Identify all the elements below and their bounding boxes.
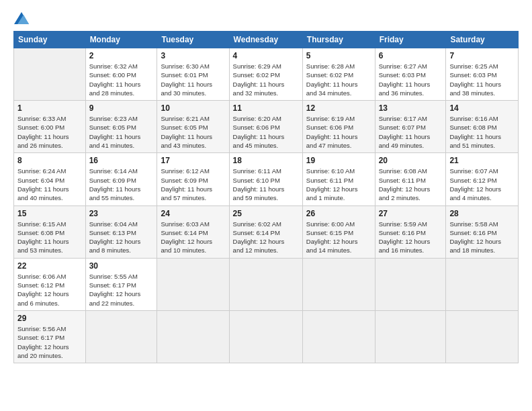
day-number: 14 [449, 103, 515, 113]
calendar-cell: 23Sunrise: 6:04 AM Sunset: 6:13 PM Dayli… [85, 205, 157, 258]
day-number: 4 [233, 51, 299, 60]
day-number: 9 [89, 103, 154, 113]
calendar-cell [157, 258, 229, 310]
day-number: 20 [379, 156, 443, 165]
day-info: Sunrise: 6:33 AM Sunset: 6:00 PM Dayligh… [17, 114, 82, 150]
calendar-cell [375, 310, 446, 363]
day-info: Sunrise: 5:58 AM Sunset: 6:16 PM Dayligh… [449, 220, 515, 255]
day-info: Sunrise: 6:16 AM Sunset: 6:08 PM Dayligh… [449, 114, 515, 150]
day-info: Sunrise: 6:08 AM Sunset: 6:11 PM Dayligh… [379, 167, 443, 202]
calendar-cell: 27Sunrise: 5:59 AM Sunset: 6:16 PM Dayli… [375, 205, 446, 258]
day-info: Sunrise: 6:14 AM Sunset: 6:09 PM Dayligh… [89, 167, 154, 202]
day-info: Sunrise: 6:12 AM Sunset: 6:09 PM Dayligh… [161, 167, 225, 202]
calendar-header-monday: Monday [85, 32, 157, 48]
day-number: 10 [161, 103, 225, 113]
day-number: 2 [89, 51, 154, 60]
day-info: Sunrise: 6:28 AM Sunset: 6:02 PM Dayligh… [306, 62, 371, 97]
calendar-week-4: 15Sunrise: 6:15 AM Sunset: 6:08 PM Dayli… [14, 205, 519, 258]
calendar-cell: 22Sunrise: 6:06 AM Sunset: 6:12 PM Dayli… [14, 258, 86, 310]
day-number: 29 [17, 314, 82, 323]
calendar-cell: 30Sunrise: 5:55 AM Sunset: 6:17 PM Dayli… [85, 258, 157, 310]
day-info: Sunrise: 6:23 AM Sunset: 6:05 PM Dayligh… [89, 114, 154, 150]
logo-icon [14, 12, 29, 24]
calendar-cell: 21Sunrise: 6:07 AM Sunset: 6:12 PM Dayli… [446, 153, 519, 205]
calendar-cell: 12Sunrise: 6:19 AM Sunset: 6:06 PM Dayli… [302, 101, 375, 153]
calendar-cell: 9Sunrise: 6:23 AM Sunset: 6:05 PM Daylig… [85, 101, 157, 153]
day-info: Sunrise: 6:30 AM Sunset: 6:01 PM Dayligh… [161, 62, 225, 97]
calendar-header-row: SundayMondayTuesdayWednesdayThursdayFrid… [14, 32, 519, 48]
day-info: Sunrise: 6:21 AM Sunset: 6:05 PM Dayligh… [161, 114, 225, 150]
day-number: 18 [233, 156, 299, 165]
day-info: Sunrise: 6:32 AM Sunset: 6:00 PM Dayligh… [89, 62, 154, 97]
calendar-header-tuesday: Tuesday [157, 32, 229, 48]
day-number: 12 [306, 103, 371, 113]
calendar-cell: 3Sunrise: 6:30 AM Sunset: 6:01 PM Daylig… [157, 48, 229, 101]
calendar-cell: 20Sunrise: 6:08 AM Sunset: 6:11 PM Dayli… [375, 153, 446, 205]
calendar-cell [446, 258, 519, 310]
day-number: 17 [161, 156, 225, 165]
calendar-cell: 8Sunrise: 6:24 AM Sunset: 6:04 PM Daylig… [14, 153, 86, 205]
calendar-week-5: 22Sunrise: 6:06 AM Sunset: 6:12 PM Dayli… [14, 258, 519, 310]
day-number: 25 [233, 209, 299, 218]
day-number: 8 [17, 156, 82, 165]
day-info: Sunrise: 6:15 AM Sunset: 6:08 PM Dayligh… [17, 220, 82, 255]
calendar-cell: 25Sunrise: 6:02 AM Sunset: 6:14 PM Dayli… [229, 205, 302, 258]
calendar-cell: 1Sunrise: 6:33 AM Sunset: 6:00 PM Daylig… [14, 101, 86, 153]
logo [13, 12, 30, 24]
calendar-cell: 2Sunrise: 6:32 AM Sunset: 6:00 PM Daylig… [85, 48, 157, 101]
calendar-cell [14, 48, 86, 101]
calendar-cell: 7Sunrise: 6:25 AM Sunset: 6:03 PM Daylig… [446, 48, 519, 101]
calendar-cell: 28Sunrise: 5:58 AM Sunset: 6:16 PM Dayli… [446, 205, 519, 258]
day-info: Sunrise: 5:55 AM Sunset: 6:17 PM Dayligh… [89, 272, 154, 308]
day-number: 5 [306, 51, 371, 60]
day-info: Sunrise: 6:17 AM Sunset: 6:07 PM Dayligh… [379, 114, 443, 150]
day-number: 16 [89, 156, 154, 165]
calendar-cell: 24Sunrise: 6:03 AM Sunset: 6:14 PM Dayli… [157, 205, 229, 258]
day-number: 6 [379, 51, 443, 60]
day-info: Sunrise: 6:06 AM Sunset: 6:12 PM Dayligh… [17, 272, 82, 308]
day-info: Sunrise: 6:27 AM Sunset: 6:03 PM Dayligh… [379, 62, 443, 97]
calendar-cell: 16Sunrise: 6:14 AM Sunset: 6:09 PM Dayli… [85, 153, 157, 205]
header [13, 12, 519, 24]
calendar-header-saturday: Saturday [446, 32, 519, 48]
calendar-cell: 6Sunrise: 6:27 AM Sunset: 6:03 PM Daylig… [375, 48, 446, 101]
day-number: 30 [89, 261, 154, 271]
day-info: Sunrise: 6:19 AM Sunset: 6:06 PM Dayligh… [306, 114, 371, 150]
day-info: Sunrise: 6:29 AM Sunset: 6:02 PM Dayligh… [233, 62, 299, 97]
calendar-week-2: 1Sunrise: 6:33 AM Sunset: 6:00 PM Daylig… [14, 101, 519, 153]
day-info: Sunrise: 6:20 AM Sunset: 6:06 PM Dayligh… [233, 114, 299, 150]
day-number: 23 [89, 209, 154, 218]
day-info: Sunrise: 6:00 AM Sunset: 6:15 PM Dayligh… [306, 220, 371, 255]
calendar-cell: 26Sunrise: 6:00 AM Sunset: 6:15 PM Dayli… [302, 205, 375, 258]
day-number: 3 [161, 51, 225, 60]
calendar-header-sunday: Sunday [14, 32, 86, 48]
calendar-header-wednesday: Wednesday [229, 32, 302, 48]
calendar-cell [157, 310, 229, 363]
calendar-week-6: 29Sunrise: 5:56 AM Sunset: 6:17 PM Dayli… [14, 310, 519, 363]
day-number: 7 [449, 51, 515, 60]
calendar-cell: 19Sunrise: 6:10 AM Sunset: 6:11 PM Dayli… [302, 153, 375, 205]
calendar-cell [375, 258, 446, 310]
calendar-cell: 13Sunrise: 6:17 AM Sunset: 6:07 PM Dayli… [375, 101, 446, 153]
calendar-cell [446, 310, 519, 363]
calendar-week-1: 2Sunrise: 6:32 AM Sunset: 6:00 PM Daylig… [14, 48, 519, 101]
day-number: 11 [233, 103, 299, 113]
calendar-cell: 14Sunrise: 6:16 AM Sunset: 6:08 PM Dayli… [446, 101, 519, 153]
calendar-cell [302, 310, 375, 363]
day-number: 13 [379, 103, 443, 113]
calendar-cell: 29Sunrise: 5:56 AM Sunset: 6:17 PM Dayli… [14, 310, 86, 363]
calendar-header-friday: Friday [375, 32, 446, 48]
day-info: Sunrise: 6:24 AM Sunset: 6:04 PM Dayligh… [17, 167, 82, 202]
day-info: Sunrise: 6:25 AM Sunset: 6:03 PM Dayligh… [449, 62, 515, 97]
day-info: Sunrise: 5:56 AM Sunset: 6:17 PM Dayligh… [17, 324, 82, 360]
day-number: 27 [379, 209, 443, 218]
day-number: 22 [17, 261, 82, 271]
calendar-cell: 4Sunrise: 6:29 AM Sunset: 6:02 PM Daylig… [229, 48, 302, 101]
calendar-header-thursday: Thursday [302, 32, 375, 48]
calendar-cell: 17Sunrise: 6:12 AM Sunset: 6:09 PM Dayli… [157, 153, 229, 205]
day-number: 28 [449, 209, 515, 218]
day-info: Sunrise: 6:04 AM Sunset: 6:13 PM Dayligh… [89, 220, 154, 255]
calendar-cell [229, 258, 302, 310]
calendar-cell: 18Sunrise: 6:11 AM Sunset: 6:10 PM Dayli… [229, 153, 302, 205]
day-number: 15 [17, 209, 82, 218]
